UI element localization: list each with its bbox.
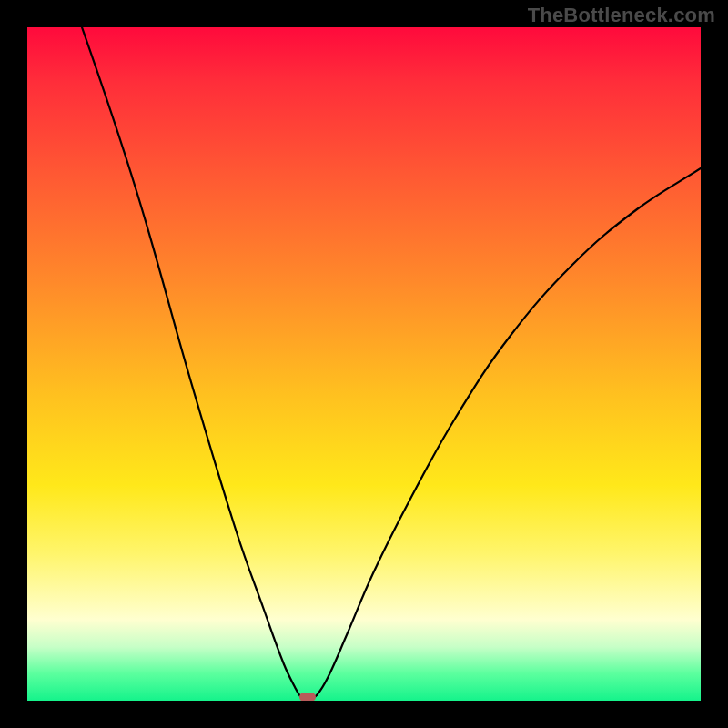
- curve-svg: [27, 27, 701, 701]
- chart-container: TheBottleneck.com: [0, 0, 728, 728]
- minimum-marker: [299, 693, 316, 701]
- plot-area: [27, 27, 701, 701]
- watermark-text: TheBottleneck.com: [528, 4, 715, 27]
- bottleneck-curve: [82, 27, 701, 700]
